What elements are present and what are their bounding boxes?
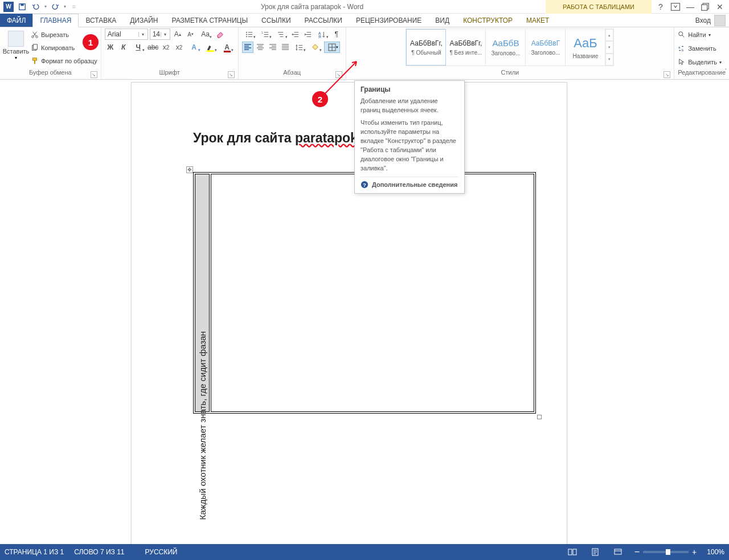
doc-table[interactable]: Каждый охотник желает знать, где сидит ф… [193,172,536,414]
zoom-in-icon[interactable]: + [692,547,697,557]
close-icon[interactable]: ✕ [714,1,726,13]
font-color-icon[interactable]: A [220,42,235,53]
show-marks-icon[interactable]: ¶ [331,28,342,40]
minimize-icon[interactable]: — [685,1,696,13]
line-spacing-icon[interactable] [292,42,307,53]
zoom-out-icon[interactable]: − [634,547,640,557]
styles-launcher[interactable]: ↘ [664,71,670,78]
align-justify-button[interactable] [280,42,291,53]
tab-file[interactable]: ФАЙЛ [0,14,32,27]
table-move-handle-icon[interactable]: ✥ [186,166,193,173]
superscript-button[interactable]: x2 [174,42,185,53]
annotation-marker-1: 1 [83,34,99,50]
sign-in-label: Вход [695,17,711,24]
status-words[interactable]: СЛОВО 7 ИЗ 11 [74,548,124,556]
underline-button[interactable]: Ч [131,42,146,53]
change-case-icon[interactable]: Aa [198,28,213,40]
subscript-button[interactable]: x2 [161,42,172,53]
word-app-icon[interactable]: W [3,2,14,12]
tab-design[interactable]: ДИЗАЙН [123,14,165,27]
status-page[interactable]: СТРАНИЦА 1 ИЗ 1 [5,548,64,556]
strike-button[interactable]: abc [148,42,159,53]
table-resize-handle-icon[interactable] [537,415,542,419]
font-size-combo[interactable]: 14▾ [150,28,170,40]
save-icon[interactable] [17,2,27,12]
replace-button[interactable]: abЗаменить [678,42,722,55]
tab-table-constructor[interactable]: КОНСТРУКТОР [456,14,519,27]
view-print-icon[interactable] [589,546,601,558]
shading-icon[interactable] [308,42,323,53]
tab-review[interactable]: РЕЦЕНЗИРОВАНИЕ [349,14,428,27]
redo-icon[interactable] [50,2,60,12]
grow-font-icon[interactable]: A▴ [172,28,183,40]
tab-page-layout[interactable]: РАЗМЕТКА СТРАНИЦЫ [165,14,255,27]
tab-table-layout[interactable]: МАКЕТ [519,14,556,27]
font-launcher[interactable]: ↘ [228,71,235,78]
find-button[interactable]: Найти ▾ [678,28,722,41]
tooltip-more-link[interactable]: ? Дополнительные сведения [361,177,458,189]
find-label: Найти [688,31,706,38]
svg-rect-1 [21,3,23,6]
tab-insert[interactable]: ВСТАВКА [79,14,123,27]
indent-increase-icon[interactable] [302,28,314,40]
help-icon[interactable]: ? [655,1,666,13]
style-heading1[interactable]: АаБбВЗаголово... [486,29,526,66]
undo-icon[interactable] [31,2,41,12]
view-web-icon[interactable] [612,546,624,558]
zoom-level[interactable]: 100% [707,548,724,556]
page-1[interactable]: Урок для сайта paratapok ✥ Каждый охотни… [131,82,567,544]
avatar-icon [714,15,726,26]
status-language[interactable]: РУССКИЙ [145,548,178,556]
highlight-icon[interactable] [203,42,218,53]
style-title[interactable]: АаБНазвание [566,29,605,66]
ribbon-display-icon[interactable] [670,1,681,13]
align-right-button[interactable] [267,42,279,53]
font-name-combo[interactable]: Arial▾ [105,28,148,40]
style-heading2[interactable]: АаБбВвГЗаголово... [526,29,566,66]
paste-button[interactable]: Вставить ▾ [3,28,28,63]
select-label: Выделить [688,59,717,66]
format-painter-button[interactable]: Формат по образцу [31,55,97,67]
shrink-font-icon[interactable]: A▾ [185,28,196,40]
align-center-button[interactable] [255,42,266,53]
view-read-icon[interactable] [566,546,579,558]
title-bar: W ▾ ▾ = Урок для сайта paratapok - Word … [0,0,729,14]
sort-icon[interactable]: AЯ [315,28,330,40]
zoom-track[interactable] [643,551,689,553]
svg-point-19 [679,32,683,36]
gallery-more-icon[interactable]: ▾ [605,54,613,66]
gallery-up-icon[interactable]: ▴ [605,29,613,41]
indent-decrease-icon[interactable] [290,28,301,40]
tab-references[interactable]: ССЫЛКИ [255,14,297,27]
italic-button[interactable]: К [118,42,129,53]
select-button[interactable]: Выделить ▾ [678,56,722,68]
clear-format-icon[interactable] [215,28,226,40]
gallery-down-icon[interactable]: ▾ [605,41,613,53]
styles-gallery[interactable]: АаБбВвГг,¶ Обычный АаБбВвГг,¶ Без инте..… [406,28,614,66]
align-left-button[interactable] [242,42,253,53]
clipboard-launcher[interactable]: ↘ [91,71,97,78]
zoom-slider[interactable]: − + [634,547,697,557]
numbering-icon[interactable]: 1 [258,28,273,40]
bullets-icon[interactable] [242,28,257,40]
table-cell-rotated[interactable]: Каждый охотник желает знать, где сидит ф… [195,174,210,412]
tooltip-more-label: Дополнительные сведения [372,181,457,188]
style-no-spacing[interactable]: АаБбВвГг,¶ Без инте... [446,29,486,66]
bold-button[interactable]: Ж [105,42,116,53]
tab-home[interactable]: ГЛАВНАЯ [32,14,79,27]
svg-rect-3 [702,5,707,10]
svg-text:1: 1 [261,31,263,34]
collapse-ribbon-icon[interactable]: ˆ [725,68,727,75]
tab-view[interactable]: ВИД [428,14,456,27]
doc-heading[interactable]: Урок для сайта paratapok [193,130,358,146]
svg-text:Я: Я [318,35,321,39]
borders-button[interactable] [324,42,340,53]
table-cell-main[interactable] [211,174,534,412]
style-normal[interactable]: АаБбВвГг,¶ Обычный [406,29,446,66]
text-effects-icon[interactable]: A [187,42,202,53]
sign-in[interactable]: Вход [695,14,729,27]
tab-mailings[interactable]: РАССЫЛКИ [298,14,349,27]
zoom-thumb[interactable] [666,549,670,555]
restore-icon[interactable] [699,1,711,13]
multilevel-icon[interactable] [274,28,289,40]
